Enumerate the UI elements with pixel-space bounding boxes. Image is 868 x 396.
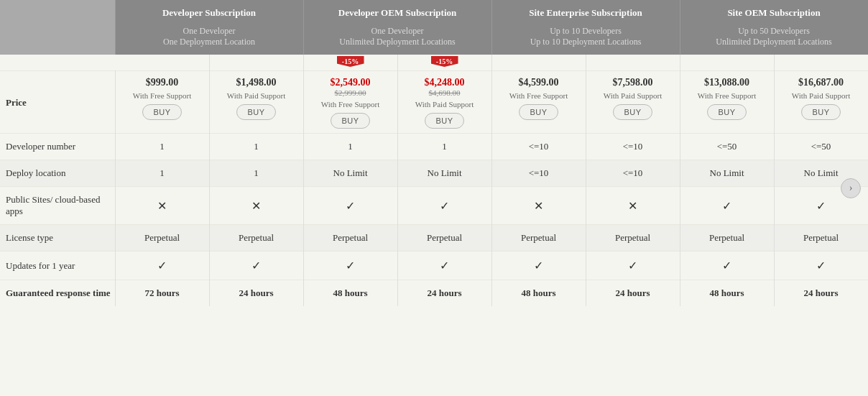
cell-updates: ✓	[586, 252, 680, 280]
cell-updates: ✓	[774, 252, 868, 280]
cell-license_type: Perpetual	[491, 225, 586, 252]
support-label: With Paid Support	[589, 91, 677, 100]
row-label-license_type: License type	[0, 225, 115, 252]
cell-deploy_location: No Limit	[680, 160, 774, 187]
cell-deploy_location: 1	[209, 160, 303, 187]
price-label: Price	[0, 71, 115, 134]
support-label: With Paid Support	[213, 91, 300, 100]
cell-developer_number: 1	[115, 134, 209, 160]
price-old: $4,698.00	[401, 88, 489, 97]
cell-public_sites: ✓	[303, 187, 397, 225]
support-label: With Free Support	[495, 91, 583, 100]
price-value: $4,599.00	[495, 77, 583, 88]
cell-license_type: Perpetual	[774, 225, 868, 252]
cell-deploy_location: 1	[115, 160, 209, 187]
price-cell: $999.00With Free SupportBUY	[115, 71, 209, 134]
support-label: With Free Support	[683, 91, 771, 100]
pricing-table: Developer SubscriptionDeveloper OEM Subs…	[0, 0, 868, 306]
discount-badge: -15%	[431, 56, 458, 67]
cell-public_sites: ✕	[586, 187, 680, 225]
plan-header-site-ent: Site Enterprise Subscription	[491, 0, 680, 23]
buy-button[interactable]: BUY	[707, 104, 746, 120]
buy-button[interactable]: BUY	[519, 104, 558, 120]
checkmark-icon: ✓	[346, 259, 355, 272]
plan-sub-dev-oem: One DeveloperUnlimited Deployment Locati…	[303, 23, 491, 55]
checkmark-icon: ✓	[440, 200, 449, 212]
price-value: $13,088.00	[683, 77, 771, 88]
price-cell: $7,598.00With Paid SupportBUY	[586, 71, 680, 134]
row-label-updates: Updates for 1 year	[0, 252, 115, 280]
row-label-public_sites: Public Sites/ cloud-based apps	[0, 187, 115, 225]
cross-icon: ✕	[157, 200, 167, 212]
cell-deploy_location: <=10	[491, 160, 586, 187]
price-cell: $1,498.00With Paid SupportBUY	[209, 71, 303, 134]
cell-developer_number: <=10	[586, 134, 680, 160]
plan-sub-dev: One DeveloperOne Deployment Location	[115, 23, 303, 55]
cell-updates: ✓	[303, 252, 397, 280]
cell-public_sites: ✓	[397, 187, 491, 225]
buy-button[interactable]: BUY	[801, 104, 840, 120]
cell-public_sites: ✕	[491, 187, 586, 225]
checkmark-icon: ✓	[816, 259, 826, 272]
cell-deploy_location: No Limit	[397, 160, 491, 187]
plan-sub-site-oem: Up to 50 DevelopersUnlimited Deployment …	[680, 23, 868, 55]
cell-license_type: Perpetual	[586, 225, 680, 252]
cell-response_time: 24 hours	[397, 280, 491, 307]
cell-response_time: 24 hours	[209, 280, 303, 307]
buy-button[interactable]: BUY	[331, 113, 369, 129]
buy-button[interactable]: BUY	[142, 104, 181, 120]
cell-response_time: 24 hours	[586, 280, 680, 307]
checkmark-icon: ✓	[440, 259, 449, 272]
checkmark-icon: ✓	[534, 259, 543, 272]
buy-button[interactable]: BUY	[425, 113, 463, 129]
price-old: $2,999.00	[307, 88, 394, 97]
cell-developer_number: <=50	[774, 134, 868, 160]
row-label-developer_number: Developer number	[0, 134, 115, 160]
price-cell: $4,248.00$4,698.00With Paid SupportBUY	[397, 71, 491, 134]
plan-header-dev: Developer Subscription	[115, 0, 303, 23]
cell-license_type: Perpetual	[115, 225, 209, 252]
cell-public_sites: ✕	[209, 187, 303, 225]
cell-public_sites: ✓	[680, 187, 774, 225]
checkmark-icon: ✓	[346, 200, 355, 212]
cell-license_type: Perpetual	[680, 225, 774, 252]
price-cell: $13,088.00With Free SupportBUY	[680, 71, 774, 134]
support-label: With Free Support	[119, 91, 206, 100]
cell-updates: ✓	[209, 252, 303, 280]
price-value: $1,498.00	[213, 77, 300, 88]
plan-header-dev-oem: Developer OEM Subscription	[303, 0, 491, 23]
cell-response_time: 48 hours	[491, 280, 586, 307]
row-label-deploy_location: Deploy location	[0, 160, 115, 187]
checkmark-icon: ✓	[816, 200, 826, 212]
cell-deploy_location: No Limit	[303, 160, 397, 187]
cell-developer_number: 1	[397, 134, 491, 160]
cell-response_time: 72 hours	[115, 280, 209, 307]
checkmark-icon: ✓	[251, 259, 261, 272]
checkmark-icon: ✓	[722, 259, 731, 272]
checkmark-icon: ✓	[628, 259, 637, 272]
price-value: $7,598.00	[589, 77, 677, 88]
price-value: $4,248.00	[401, 77, 489, 88]
cell-response_time: 48 hours	[303, 280, 397, 307]
price-value: $999.00	[119, 77, 206, 88]
buy-button[interactable]: BUY	[236, 104, 275, 120]
buy-button[interactable]: BUY	[613, 104, 652, 120]
price-value: $2,549.00	[307, 77, 394, 88]
price-cell: $2,549.00$2,999.00With Free SupportBUY	[303, 71, 397, 134]
cross-icon: ✕	[251, 200, 261, 212]
row-label-response_time: Guaranteed response time	[0, 280, 115, 307]
cell-updates: ✓	[397, 252, 491, 280]
cell-license_type: Perpetual	[397, 225, 491, 252]
cross-icon: ✕	[534, 200, 543, 212]
cell-updates: ✓	[115, 252, 209, 280]
support-label: With Paid Support	[777, 91, 865, 100]
cell-response_time: 48 hours	[680, 280, 774, 307]
scroll-right-button[interactable]: ›	[841, 178, 861, 198]
cell-updates: ✓	[680, 252, 774, 280]
cross-icon: ✕	[628, 200, 637, 212]
support-label: With Free Support	[307, 100, 394, 109]
cell-updates: ✓	[491, 252, 586, 280]
cell-public_sites: ✕	[115, 187, 209, 225]
plan-header-site-oem: Site OEM Subscription	[680, 0, 868, 23]
cell-license_type: Perpetual	[303, 225, 397, 252]
